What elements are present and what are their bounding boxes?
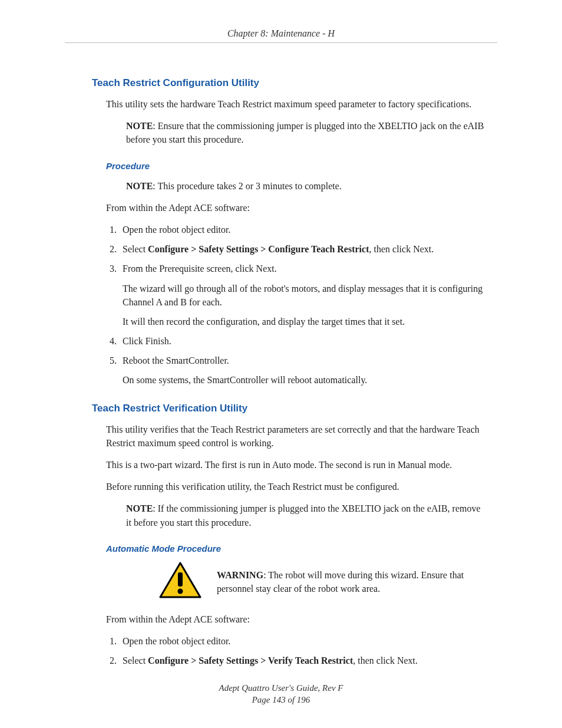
step-text-bold: Configure > Safety Settings > Configure … — [148, 244, 369, 254]
section-title-verify: Teach Restrict Verification Utility — [92, 403, 497, 414]
verify-lead-block: From within the Adept ACE software: — [106, 612, 491, 626]
page-footer: Adept Quattro User's Guide, Rev F Page 1… — [0, 682, 562, 706]
step-sub-text: It will then record the configuration, a… — [123, 315, 491, 328]
note-label: NOTE — [126, 503, 153, 513]
config-note-1: NOTE: Ensure that the commissioning jump… — [126, 119, 485, 146]
warning-text: WARNING: The robot will move during this… — [217, 568, 491, 595]
list-item: Select Configure > Safety Settings > Ver… — [119, 654, 491, 667]
list-item: Open the robot object editor. — [119, 634, 491, 648]
note-label: NOTE — [126, 181, 153, 191]
config-intro: This utility sets the hardware Teach Res… — [106, 97, 491, 111]
auto-mode-heading: Automatic Mode Procedure — [106, 543, 497, 554]
verify-lead-in: From within the Adept ACE software: — [106, 612, 491, 626]
header-rule — [65, 42, 497, 43]
step-text-post: , then click Next. — [369, 244, 434, 254]
step-sub-text: On some systems, the SmartController wil… — [123, 373, 491, 387]
verify-body: This utility verifies that the Teach Res… — [106, 423, 491, 529]
footer-guide: Adept Quattro User's Guide, Rev F — [0, 682, 562, 694]
step-text: Open the robot object editor. — [123, 225, 231, 235]
note-text: NOTE: This procedure takes 2 or 3 minute… — [126, 179, 485, 193]
config-lead-in: From within the Adept ACE software: — [106, 201, 491, 215]
step-text-pre: Select — [123, 655, 148, 666]
note-body: : If the commissioning jumper is plugged… — [126, 503, 481, 527]
note-body: : Ensure that the commissioning jumper i… — [126, 121, 484, 144]
verify-p1: This utility verifies that the Teach Res… — [106, 423, 491, 450]
step-text-post: , then click Next. — [353, 655, 418, 666]
step-text: Reboot the SmartController. — [123, 355, 229, 365]
verify-p2: This is a two-part wizard. The first is … — [106, 458, 491, 472]
verify-note: NOTE: If the commissioning jumper is plu… — [126, 502, 485, 529]
warning-label: WARNING — [217, 570, 263, 580]
warning-icon — [159, 562, 201, 602]
note-label: NOTE — [126, 121, 153, 131]
verify-steps: Open the robot object editor. Select Con… — [119, 634, 491, 667]
step-text: Open the robot object editor. — [123, 636, 231, 646]
step-text-pre: Select — [123, 244, 148, 254]
svg-point-2 — [178, 588, 183, 594]
note-text: NOTE: If the commissioning jumper is plu… — [126, 502, 485, 529]
procedure-body: NOTE: This procedure takes 2 or 3 minute… — [106, 179, 491, 215]
list-item: From the Prerequisite screen, click Next… — [119, 262, 491, 328]
list-item: Select Configure > Safety Settings > Con… — [119, 242, 491, 256]
document-page: Chapter 8: Maintenance - H Teach Restric… — [0, 0, 562, 728]
procedure-heading: Procedure — [106, 161, 497, 171]
step-text: Click Finish. — [123, 336, 171, 346]
footer-page: Page 143 of 196 — [0, 694, 562, 706]
config-note-2: NOTE: This procedure takes 2 or 3 minute… — [126, 179, 485, 193]
verify-p3: Before running this verification utility… — [106, 480, 491, 493]
config-body: This utility sets the hardware Teach Res… — [106, 97, 491, 147]
list-item: Open the robot object editor. — [119, 223, 491, 236]
note-body: : This procedure takes 2 or 3 minutes to… — [153, 181, 342, 191]
step-text-bold: Configure > Safety Settings > Verify Tea… — [148, 655, 353, 666]
step-text: From the Prerequisite screen, click Next… — [123, 263, 277, 274]
config-steps: Open the robot object editor. Select Con… — [119, 223, 491, 387]
section-title-config: Teach Restrict Configuration Utility — [92, 77, 497, 89]
svg-rect-1 — [178, 572, 183, 587]
list-item: Click Finish. — [119, 334, 491, 348]
chapter-header: Chapter 8: Maintenance - H — [65, 28, 497, 42]
step-sub-text: The wizard will go through all of the ro… — [123, 282, 491, 309]
warning-row: WARNING: The robot will move during this… — [159, 562, 491, 602]
list-item: Reboot the SmartController. On some syst… — [119, 354, 491, 387]
note-text: NOTE: Ensure that the commissioning jump… — [126, 119, 485, 146]
